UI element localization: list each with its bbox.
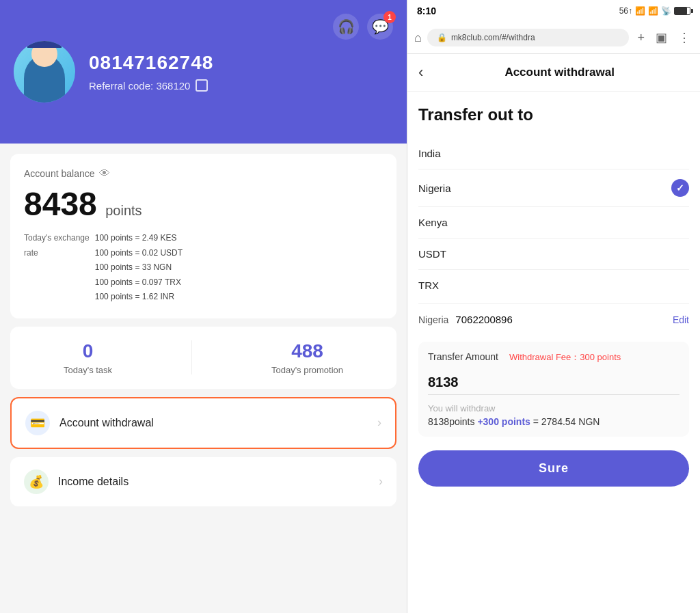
eye-icon[interactable]: 👁: [99, 167, 110, 180]
income-icon: 💰: [24, 469, 49, 494]
profile-header: 08147162748 Referral code: 368120 🎧 💬 1: [0, 0, 407, 144]
page-header: ‹ Account withdrawal: [407, 54, 700, 92]
withdrawal-content: Transfer out to India Nigeria ✓ Kenya US…: [407, 92, 700, 613]
exchange-rates: Today's exchangerate 100 points = 2.49 K…: [24, 231, 383, 305]
wifi-icon: 📡: [661, 6, 671, 16]
country-name-india: India: [418, 148, 441, 159]
balance-label: Account balance 👁: [24, 167, 383, 180]
account-number: 7062200896: [455, 314, 512, 325]
country-name-usdt: USDT: [418, 248, 446, 260]
transfer-amount-label: Transfer Amount: [428, 351, 498, 362]
selected-check-icon: ✓: [671, 179, 689, 197]
country-item-usdt[interactable]: USDT: [418, 239, 689, 270]
headset-icon[interactable]: 🎧: [333, 14, 359, 40]
account-info-row: Nigeria 7062200896 Edit: [418, 303, 689, 335]
menu-item-withdrawal[interactable]: 💳 Account withdrawal ›: [10, 397, 396, 449]
signal2-icon: 📶: [648, 6, 658, 16]
country-name-trx: TRX: [418, 280, 439, 291]
country-name-nigeria: Nigeria: [418, 182, 451, 194]
task-value: 0: [64, 340, 112, 362]
chevron-right-icon: ›: [377, 416, 381, 430]
left-content: Account balance 👁 8438 points Today's ex…: [0, 144, 407, 613]
account-country: Nigeria: [418, 314, 448, 325]
stats-card: 0 Today's task 488 Today's promotion: [10, 327, 396, 389]
signal-icon: 📶: [635, 6, 645, 16]
withdrawal-icon: 💳: [25, 411, 50, 435]
country-item-trx[interactable]: TRX: [418, 270, 689, 301]
home-icon[interactable]: ⌂: [414, 31, 422, 45]
account-info-left: Nigeria 7062200896: [418, 314, 513, 325]
balance-amount: 8438: [24, 186, 97, 222]
sure-button[interactable]: Sure: [418, 450, 689, 487]
right-panel: 8:10 56↑ 📶 📶 📡 ⌂ 🔒 mk8club.com/#/withdra…: [407, 0, 700, 613]
edit-button[interactable]: Edit: [673, 314, 689, 325]
menu-withdrawal-label: Account withdrawal: [59, 417, 368, 429]
left-panel: 08147162748 Referral code: 368120 🎧 💬 1 …: [0, 0, 407, 613]
network-icon: 56↑: [619, 6, 632, 16]
phone-number: 08147162748: [89, 52, 213, 74]
task-label: Today's task: [64, 365, 112, 375]
country-name-kenya: Kenya: [418, 217, 448, 228]
country-list: India Nigeria ✓ Kenya USDT TRX: [418, 138, 689, 301]
task-stat: 0 Today's task: [64, 340, 112, 375]
amount-input[interactable]: [428, 370, 679, 395]
menu-income-label: Income details: [58, 476, 369, 488]
withdraw-points-bonus: +300 points: [477, 416, 530, 427]
country-item-kenya[interactable]: Kenya: [418, 207, 689, 239]
transfer-amount-section: Transfer Amount Withdrawal Fee：300 point…: [418, 342, 689, 437]
copy-icon[interactable]: [196, 79, 208, 92]
transfer-amount-header: Transfer Amount Withdrawal Fee：300 point…: [428, 351, 679, 364]
header-icons: 🎧 💬 1: [333, 14, 393, 40]
withdraw-value: 8138points +300 points = 2784.54 NGN: [428, 416, 679, 427]
country-item-nigeria[interactable]: Nigeria ✓: [418, 169, 689, 207]
url-bar[interactable]: 🔒 mk8club.com/#/withdra: [427, 29, 630, 46]
menu-item-income[interactable]: 💰 Income details ›: [10, 457, 396, 506]
withdraw-label: You will withdraw: [428, 403, 679, 413]
exchange-values: 100 points = 2.49 KES 100 points = 0.02 …: [95, 231, 183, 305]
withdraw-points-main: 8138points: [428, 416, 477, 427]
promotion-stat: 488 Today's promotion: [271, 340, 343, 375]
transfer-title: Transfer out to: [418, 105, 689, 124]
withdraw-summary: You will withdraw 8138points +300 points…: [428, 403, 679, 427]
avatar: [14, 41, 75, 103]
exchange-label: Today's exchangerate: [24, 231, 90, 305]
status-icons: 56↑ 📶 📶 📡: [619, 6, 690, 16]
withdrawal-fee-label: Withdrawal Fee：300 points: [509, 351, 621, 364]
notification-badge: 1: [383, 11, 396, 23]
url-text: mk8club.com/#/withdra: [451, 33, 535, 42]
chevron-right-icon-income: ›: [379, 474, 383, 489]
tab-switcher-icon[interactable]: ▣: [653, 27, 670, 48]
status-bar: 8:10 56↑ 📶 📶 📡: [407, 0, 700, 22]
balance-unit: points: [105, 203, 142, 218]
header-info: 08147162748 Referral code: 368120: [89, 52, 213, 92]
ssl-icon: 🔒: [437, 33, 447, 42]
balance-card: Account balance 👁 8438 points Today's ex…: [10, 154, 396, 318]
promotion-label: Today's promotion: [271, 365, 343, 375]
page-title: Account withdrawal: [430, 66, 689, 79]
balance-amount-row: 8438 points: [24, 185, 383, 223]
add-tab-icon[interactable]: +: [634, 28, 647, 48]
message-icon[interactable]: 💬 1: [367, 14, 393, 40]
battery-icon: [674, 7, 690, 15]
country-item-india[interactable]: India: [418, 138, 689, 169]
promotion-value: 488: [271, 340, 343, 362]
browser-bar: ⌂ 🔒 mk8club.com/#/withdra + ▣ ⋮: [407, 22, 700, 54]
status-time: 8:10: [417, 5, 436, 16]
referral-code: Referral code: 368120: [89, 79, 213, 92]
withdraw-ngn: = 2784.54 NGN: [530, 416, 600, 427]
menu-dots-icon[interactable]: ⋮: [675, 27, 693, 48]
stat-divider: [191, 340, 192, 374]
back-button[interactable]: ‹: [418, 64, 423, 81]
